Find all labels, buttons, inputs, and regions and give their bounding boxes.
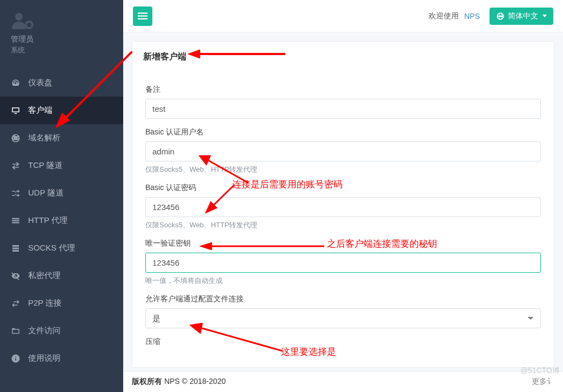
footer: 版权所有 NPS © 2018-2020 更多讠 xyxy=(123,371,563,392)
field-allow-conf: 允许客户端通过配置文件连接 是 xyxy=(145,294,541,328)
info-icon xyxy=(11,354,21,363)
stack-icon xyxy=(11,244,21,253)
monitor-icon xyxy=(11,106,21,116)
globe-icon xyxy=(11,133,21,143)
vkey-input[interactable] xyxy=(145,253,541,273)
sidebar-item-help[interactable]: 使用说明 xyxy=(0,344,123,372)
sidebar-item-label: 文件访问 xyxy=(28,326,61,336)
admin-avatar-icon xyxy=(11,13,112,29)
sidebar-item-p2p[interactable]: P2P 连接 xyxy=(0,289,123,317)
basic-pass-input[interactable] xyxy=(145,197,541,217)
language-label: 简体中文 xyxy=(508,11,538,21)
compress-label: 压缩 xyxy=(145,337,541,347)
sidebar-item-dns[interactable]: 域名解析 xyxy=(0,124,123,152)
vkey-help: 唯一值，不填将自动生成 xyxy=(145,276,541,286)
sidebar-item-label: TCP 隧道 xyxy=(28,160,63,171)
sidebar-item-label: 域名解析 xyxy=(28,133,61,143)
content: 新增客户端 备注 Basic 认证用户名 仅限Socks5、Web、HTTP转发… xyxy=(123,32,563,392)
svg-rect-1 xyxy=(138,15,148,16)
sidebar-item-socks[interactable]: SOCKS 代理 xyxy=(0,234,123,262)
sidebar-item-label: UDP 隧道 xyxy=(28,188,64,198)
sidebar-item-label: HTTP 代理 xyxy=(28,215,68,226)
field-compress: 压缩 xyxy=(145,337,541,347)
field-remark: 备注 xyxy=(145,85,541,119)
remark-input[interactable] xyxy=(145,99,541,119)
field-basic-pass: Basic 认证密码 仅限Socks5、Web、HTTP转发代理 xyxy=(145,183,541,230)
sidebar-item-label: SOCKS 代理 xyxy=(28,243,75,253)
sidebar-nav: 仪表盘 客户端 域名解析 TCP 隧道 UDP 隧道 xyxy=(0,69,123,372)
card-add-client: 新增客户端 备注 Basic 认证用户名 仅限Socks5、Web、HTTP转发… xyxy=(132,41,554,368)
admin-subtitle: 系统 xyxy=(11,45,112,55)
sidebar-item-label: 私密代理 xyxy=(28,271,61,281)
sidebar-item-tcp[interactable]: TCP 隧道 xyxy=(0,152,123,179)
sidebar-item-udp[interactable]: UDP 隧道 xyxy=(0,179,123,207)
swap-icon xyxy=(11,299,21,308)
basic-user-input[interactable] xyxy=(145,141,541,161)
welcome-text: 欢迎使用 xyxy=(428,11,459,21)
sidebar-item-label: 仪表盘 xyxy=(28,78,52,88)
allow-conf-label: 允许客户端通过配置文件连接 xyxy=(145,294,541,304)
basic-user-help: 仅限Socks5、Web、HTTP转发代理 xyxy=(145,165,541,174)
sidebar-item-secret[interactable]: 私密代理 xyxy=(0,262,123,289)
footer-right[interactable]: 更多讠 xyxy=(532,377,554,387)
globe-icon xyxy=(496,12,505,21)
sidebar-header: 管理员 系统 xyxy=(0,0,123,64)
sidebar-item-file[interactable]: 文件访问 xyxy=(0,317,123,344)
card-title: 新增客户端 xyxy=(132,42,554,71)
allow-conf-select[interactable]: 是 xyxy=(145,308,541,328)
basic-user-label: Basic 认证用户名 xyxy=(145,127,541,137)
sidebar-item-http[interactable]: HTTP 代理 xyxy=(0,207,123,234)
topbar: 欢迎使用 NPS 简体中文 xyxy=(123,0,563,32)
sidebar-item-label: 使用说明 xyxy=(28,353,61,363)
vkey-label: 唯一验证密钥 xyxy=(145,239,541,248)
field-vkey: 唯一验证密钥 唯一值，不填将自动生成 xyxy=(145,239,541,286)
svg-rect-2 xyxy=(138,18,148,19)
layers-icon xyxy=(11,216,21,226)
field-basic-user: Basic 认证用户名 仅限Socks5、Web、HTTP转发代理 xyxy=(145,127,541,174)
sidebar-item-client[interactable]: 客户端 xyxy=(0,97,123,124)
sidebar: 管理员 系统 仪表盘 客户端 域名解析 TCP 隧道 xyxy=(0,0,123,392)
basic-pass-help: 仅限Socks5、Web、HTTP转发代理 xyxy=(145,220,541,230)
chevron-down-icon xyxy=(542,15,547,17)
svg-rect-0 xyxy=(138,12,148,13)
sidebar-item-label: 客户端 xyxy=(28,105,52,116)
menu-toggle-button[interactable] xyxy=(133,6,152,26)
admin-title: 管理员 xyxy=(11,35,112,44)
footer-left-bold: 版权所有 xyxy=(132,377,162,386)
language-button[interactable]: 简体中文 xyxy=(490,8,553,25)
basic-pass-label: Basic 认证密码 xyxy=(145,183,541,193)
exchange-icon xyxy=(11,161,21,171)
main: 欢迎使用 NPS 简体中文 新增客户端 备注 Basic 认证用户名 仅限Soc… xyxy=(123,0,563,392)
gear-icon xyxy=(25,21,33,29)
app-link[interactable]: NPS xyxy=(464,12,480,21)
shuffle-icon xyxy=(11,188,21,198)
folder-icon xyxy=(11,326,21,336)
hamburger-icon xyxy=(138,12,148,20)
eye-off-icon xyxy=(11,271,21,281)
footer-left-rest: NPS © 2018-2020 xyxy=(162,377,226,386)
sidebar-item-dashboard[interactable]: 仪表盘 xyxy=(0,69,123,97)
remark-label: 备注 xyxy=(145,85,541,94)
gauge-icon xyxy=(11,78,21,88)
sidebar-item-label: P2P 连接 xyxy=(28,298,62,308)
